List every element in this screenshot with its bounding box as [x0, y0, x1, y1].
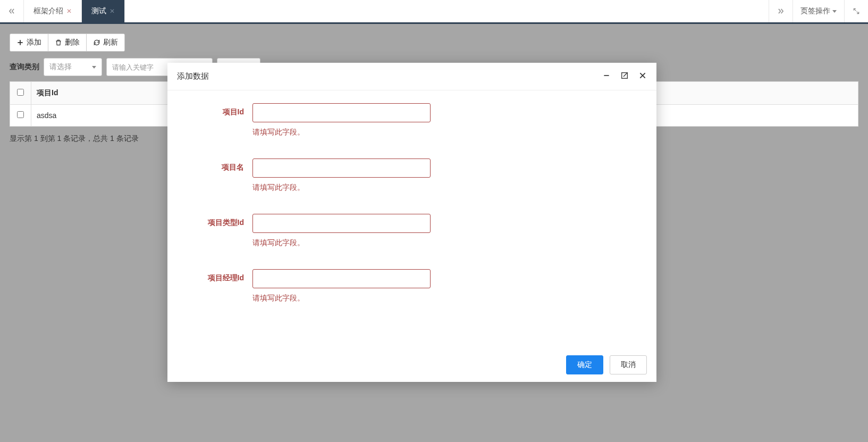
field-error: 请填写此字段。 [252, 294, 431, 303]
field-error: 请填写此字段。 [252, 238, 431, 248]
row-checkbox[interactable] [17, 111, 24, 118]
field-error: 请填写此字段。 [252, 183, 431, 193]
trash-icon [55, 39, 62, 46]
toolbar: 添加 删除 刷新 [10, 34, 125, 52]
select-all-cell [10, 82, 31, 105]
project-name-input[interactable] [252, 159, 431, 178]
add-button[interactable]: 添加 [10, 34, 48, 51]
field-error: 请填写此字段。 [252, 128, 431, 137]
delete-label: 删除 [65, 38, 80, 47]
expand-icon [853, 7, 860, 15]
confirm-label: 确定 [577, 360, 592, 370]
modal-title: 添加数据 [177, 71, 209, 81]
close-icon[interactable]: ✕ [109, 7, 115, 15]
add-label: 添加 [27, 38, 41, 47]
tabs-scroll-left[interactable] [0, 0, 24, 22]
tab-item[interactable]: 框架介绍 ✕ [24, 0, 82, 22]
tab-operations-dropdown[interactable]: 页签操作 [793, 0, 844, 22]
form-row: 项目名 请填写此字段。 [183, 159, 641, 193]
form-row: 项目Id 请填写此字段。 [183, 103, 641, 137]
field-label: 项目类型Id [183, 214, 252, 228]
close-button[interactable] [638, 71, 647, 82]
refresh-label: 刷新 [103, 38, 118, 47]
select-placeholder: 请选择 [49, 62, 72, 72]
project-id-input[interactable] [252, 103, 431, 122]
cancel-button[interactable]: 取消 [610, 355, 647, 374]
tabs-list: 框架介绍 ✕ 测试 ✕ [24, 0, 769, 22]
chevrons-right-icon [777, 7, 785, 15]
category-select[interactable]: 请选择 [44, 58, 102, 76]
refresh-icon [93, 39, 100, 46]
tab-label: 测试 [91, 6, 106, 16]
modal-header: 添加数据 [167, 63, 656, 90]
modal-footer: 确定 取消 [167, 348, 656, 382]
tab-label: 框架介绍 [33, 6, 63, 16]
select-all-checkbox[interactable] [17, 89, 24, 96]
tab-operations-label: 页签操作 [800, 6, 830, 16]
field-label: 项目Id [183, 103, 252, 117]
maximize-button[interactable] [620, 71, 629, 82]
tab-bar: 框架介绍 ✕ 测试 ✕ 页签操作 [0, 0, 868, 24]
row-select-cell [10, 105, 31, 127]
modal-body: 项目Id 请填写此字段。 项目名 请填写此字段。 项目类型Id 请填写此字段。 … [167, 90, 656, 348]
project-type-id-input[interactable] [252, 214, 431, 233]
close-icon[interactable]: ✕ [66, 7, 72, 15]
plus-icon [16, 39, 24, 46]
confirm-button[interactable]: 确定 [566, 355, 603, 374]
field-label: 项目经理Id [183, 269, 252, 283]
chevrons-left-icon [8, 7, 15, 15]
fullscreen-toggle[interactable] [844, 0, 868, 22]
refresh-button[interactable]: 刷新 [87, 34, 124, 51]
cancel-label: 取消 [621, 360, 636, 370]
project-manager-id-input[interactable] [252, 269, 431, 288]
add-data-modal: 添加数据 项目Id 请填写此字段。 项目名 请填写此字段。 [167, 63, 656, 382]
chevron-down-icon [92, 66, 96, 69]
chevron-down-icon [832, 10, 837, 13]
modal-window-controls [602, 71, 647, 82]
field-label: 项目名 [183, 159, 252, 172]
minimize-button[interactable] [602, 71, 611, 82]
form-row: 项目类型Id 请填写此字段。 [183, 214, 641, 248]
tabs-scroll-right[interactable] [769, 0, 793, 22]
delete-button[interactable]: 删除 [48, 34, 87, 51]
form-row: 项目经理Id 请填写此字段。 [183, 269, 641, 303]
tab-item[interactable]: 测试 ✕ [82, 0, 125, 22]
search-category-label: 查询类别 [10, 62, 39, 72]
